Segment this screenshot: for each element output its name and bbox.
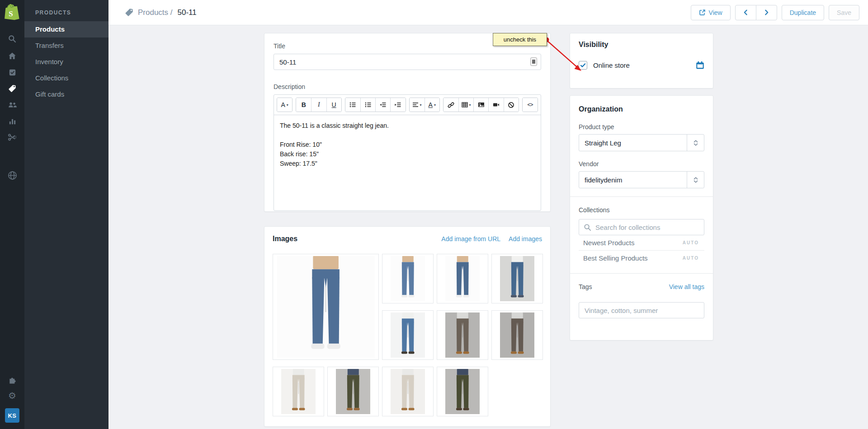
code-button[interactable]: <> [523,98,538,112]
product-image-cream-pants-front[interactable] [273,367,324,416]
discounts-icon[interactable] [0,129,24,145]
toolbar-group: <> [522,98,538,112]
collections-search-input[interactable] [579,219,704,235]
video-button[interactable] [488,98,503,112]
clear-formatting-button[interactable] [504,98,519,112]
vendor-label: Vendor [579,160,704,168]
indent-button[interactable] [390,98,405,112]
product-photo [445,312,480,358]
product-image-blue-jeans-front-featured[interactable] [273,254,379,360]
add-image-from-url-link[interactable]: Add image from URL [441,235,500,242]
product-image-gray-brown-pants-front[interactable] [437,310,488,360]
customers-icon[interactable] [0,97,24,113]
organization-heading: Organization [579,105,704,113]
apps-puzzle-icon[interactable] [0,371,24,387]
product-image-gray-brown-pants-back[interactable] [491,310,543,360]
product-photo [391,312,425,358]
online-store-globe-icon[interactable] [0,167,24,183]
select-arrows-icon [687,172,704,188]
breadcrumb-current: 50-11 [178,8,197,17]
collection-row-newest-products[interactable]: Newest ProductsAUTO [579,235,704,250]
bold-button[interactable]: B [296,98,311,112]
outdent-button[interactable] [375,98,390,112]
vendor-select[interactable]: fidelitydenim [579,171,704,188]
duplicate-button[interactable]: Duplicate [782,5,824,20]
reports-icon[interactable] [0,113,24,129]
align-button[interactable]: ▾ [410,98,425,112]
view-all-tags-link[interactable]: View all tags [669,283,704,290]
product-image-khaki-pants-back[interactable] [382,367,434,416]
search-icon[interactable] [0,30,24,48]
product-photo [391,369,425,414]
product-image-blue-jeans-white-tee[interactable] [382,310,434,360]
autofill-extension-icon[interactable] [530,57,537,66]
product-image-olive-pants-back[interactable] [437,367,488,416]
products-sidebar: PRODUCTS ProductsTransfersInventoryColle… [24,0,108,429]
product-photo [277,256,375,358]
table-button[interactable]: ▾ [458,98,473,112]
schedule-calendar-icon[interactable] [696,61,704,70]
description-line: Back rise: 15" [280,149,535,159]
product-type-select[interactable]: Straight Leg [579,134,704,151]
add-images-link[interactable]: Add images [509,235,542,242]
products-tag-icon[interactable] [0,80,24,97]
next-product-button[interactable] [756,5,777,20]
sidebar-heading: PRODUCTS [24,0,108,21]
product-image-blue-jeans-angled[interactable] [382,254,434,303]
sidebar-item-inventory[interactable]: Inventory [24,54,108,70]
underline-button[interactable]: U [326,98,341,112]
text-color-button[interactable]: A▾ [425,98,439,112]
sidebar-item-products[interactable]: Products [24,21,108,37]
product-photo [500,256,535,301]
product-tag-icon [124,8,134,17]
title-input[interactable] [274,54,541,70]
product-image-olive-pants-front[interactable] [327,367,379,416]
ordered-list-button[interactable] [360,98,375,112]
collections-section: Collections Newest ProductsAUTOBest Sell… [570,196,713,273]
sidebar-item-gift-cards[interactable]: Gift cards [24,86,108,103]
product-image-blue-jeans-white-tee-gray-bg[interactable] [491,254,543,303]
home-icon[interactable] [0,48,24,64]
font-style-button[interactable]: A▾ [277,98,292,112]
orders-icon[interactable] [0,64,24,80]
svg-text:S: S [9,9,13,18]
sidebar-item-transfers[interactable]: Transfers [24,37,108,54]
view-button[interactable]: View [691,5,731,20]
bullet-list-button[interactable] [345,98,360,112]
editor-toolbar: A▾BIU▾A▾▾<> [274,95,541,115]
auto-badge: AUTO [683,256,699,261]
product-details-card: Title Description A▾BIU▾A▾▾<> The 50-11 … [264,33,551,212]
organization-card: Organization Product type Straight Leg V… [570,95,713,340]
collection-row-best-selling-products[interactable]: Best Selling ProductsAUTO [579,250,704,265]
toolbar-group [345,98,406,112]
shopify-logo[interactable]: S [0,0,24,25]
auto-badge: AUTO [683,240,699,245]
organization-section: Organization Product type Straight Leg V… [570,96,713,196]
toolbar-group: BIU [296,98,342,112]
product-image-blue-jeans-back[interactable] [437,254,488,303]
product-photo [281,369,316,414]
save-button[interactable]: Save [829,5,859,20]
online-store-label: Online store [593,61,630,69]
link-button[interactable] [443,98,458,112]
online-store-checkbox[interactable] [579,61,587,70]
sidebar-item-collections[interactable]: Collections [24,70,108,86]
italic-button[interactable]: I [311,98,326,112]
search-icon [584,224,591,233]
tags-label: Tags [579,283,592,290]
image-button[interactable] [473,98,488,112]
checkmark-icon [580,62,586,68]
product-photo [336,369,371,414]
visibility-heading: Visibility [579,41,704,49]
breadcrumb-section[interactable]: Products / [138,8,173,17]
toolbar-group: A▾ [277,98,292,112]
visibility-card: Visibility Online store [570,33,713,89]
collections-label: Collections [579,206,704,214]
previous-product-button[interactable] [735,5,756,20]
settings-gear-icon[interactable]: ⚙ [0,387,24,404]
description-line: Front Rise: 10" [280,140,535,149]
user-avatar[interactable]: KS [5,408,19,423]
tags-input[interactable] [579,302,704,318]
collection-name: Newest Products [583,239,634,247]
description-text-area[interactable]: The 50-11 is a classic straight leg jean… [274,115,541,210]
